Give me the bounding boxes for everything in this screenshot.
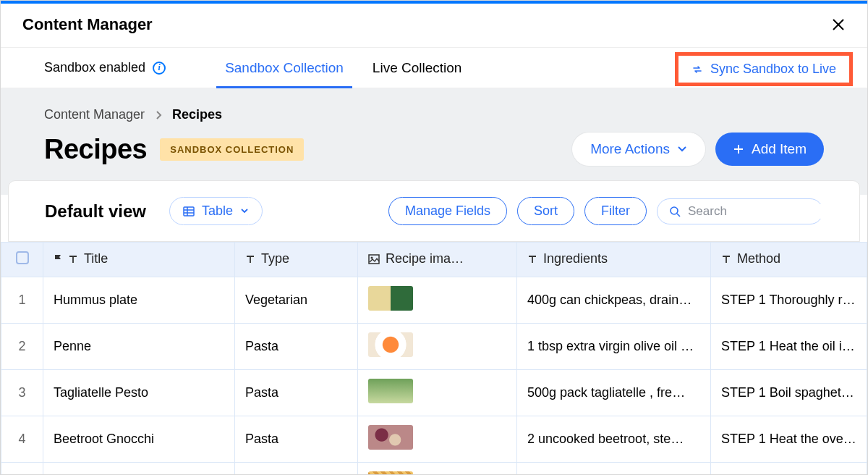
row-index: 5 <box>1 463 43 476</box>
cell-type: Pasta <box>235 416 358 463</box>
cell-title: Beetroot Gnocchi <box>43 416 235 463</box>
col-ingredients-label: Ingredients <box>543 251 608 266</box>
cell-method: STEP 1 Heat the oven to <box>711 416 867 463</box>
text-icon <box>527 254 537 264</box>
cell-ingredients: 2 uncooked beetroot, ste… <box>517 416 711 463</box>
cell-image <box>358 416 517 463</box>
filter-button[interactable]: Filter <box>584 197 647 225</box>
image-icon <box>368 254 380 264</box>
recipe-thumbnail <box>368 332 413 357</box>
row-index: 1 <box>1 277 43 324</box>
row-index: 4 <box>1 416 43 463</box>
cell-image <box>358 463 517 476</box>
collection-badge: SANDBOX COLLECTION <box>160 138 304 161</box>
table-row[interactable]: 2PennePasta1 tbsp extra virgin olive oil… <box>1 324 867 370</box>
cell-image <box>358 324 517 370</box>
row-index: 2 <box>1 324 43 370</box>
breadcrumb-root[interactable]: Content Manager <box>44 107 145 122</box>
search-input[interactable] <box>688 204 841 219</box>
cell-ingredients: 400g can chickpeas, drain… <box>517 277 711 324</box>
col-type-label: Type <box>261 251 289 266</box>
col-header-method[interactable]: Method <box>711 243 867 277</box>
recipe-thumbnail <box>368 286 413 311</box>
cell-method: STEP 1 Thoroughly rinse <box>711 277 867 324</box>
table-row[interactable]: 4Beetroot GnocchiPasta2 uncooked beetroo… <box>1 416 867 463</box>
svg-point-3 <box>371 256 373 258</box>
view-mode-label: Table <box>202 203 233 219</box>
add-item-button[interactable]: Add Item <box>715 133 824 166</box>
sandbox-status-label: Sandbox enabled <box>44 60 145 75</box>
text-icon <box>245 254 255 264</box>
data-table: Title Type Recipe ima… <box>1 242 867 475</box>
row-index: 3 <box>1 370 43 416</box>
text-icon <box>68 254 78 264</box>
chevron-down-icon <box>240 208 249 214</box>
col-title-label: Title <box>84 251 108 266</box>
cell-title: Tagliatelle Pesto <box>43 370 235 416</box>
tab-live-collection[interactable]: Live Collection <box>364 49 471 88</box>
view-toolbar: Default view Table Manage Fields Sort Fi… <box>8 180 860 242</box>
view-mode-selector[interactable]: Table <box>169 197 263 225</box>
tabs-row: Sandbox enabled i Sandbox Collection Liv… <box>1 48 867 88</box>
sandbox-status: Sandbox enabled i <box>44 60 166 75</box>
checkbox-icon <box>16 251 29 264</box>
recipe-thumbnail <box>368 471 413 475</box>
cell-type: Pasta <box>235 370 358 416</box>
chevron-right-icon <box>155 110 162 120</box>
info-icon[interactable]: i <box>153 62 166 75</box>
plus-icon <box>733 143 744 155</box>
cell-title: Hummus plate <box>43 277 235 324</box>
table-icon <box>183 206 195 217</box>
sync-label: Sync Sandbox to Live <box>710 62 836 77</box>
cell-title: Penne <box>43 324 235 370</box>
cell-title: Spaghetti Bolognese <box>43 463 235 476</box>
cell-ingredients: 1 tbsp olive oil 4 rashers s… <box>517 463 711 476</box>
svg-rect-0 <box>184 207 194 216</box>
page-title: Recipes <box>44 134 147 165</box>
cell-ingredients: 500g pack tagliatelle , fre… <box>517 370 711 416</box>
recipe-thumbnail <box>368 425 413 450</box>
recipe-thumbnail <box>368 379 413 403</box>
text-icon <box>721 254 731 264</box>
cell-ingredients: 1 tbsp extra virgin olive oil … <box>517 324 711 370</box>
cell-type: Vegetarian <box>235 277 358 324</box>
header-bar: Content Manager <box>1 4 867 48</box>
cell-type: Pasta <box>235 463 358 476</box>
close-icon <box>831 17 846 32</box>
svg-point-1 <box>671 207 678 214</box>
chevron-down-icon <box>677 146 687 153</box>
col-method-label: Method <box>737 251 780 266</box>
cell-type: Pasta <box>235 324 358 370</box>
cell-image <box>358 277 517 324</box>
table-row[interactable]: 1Hummus plateVegetarian400g can chickpea… <box>1 277 867 324</box>
col-header-ingredients[interactable]: Ingredients <box>517 243 711 277</box>
tab-sandbox-collection[interactable]: Sandbox Collection <box>216 49 352 88</box>
col-header-image[interactable]: Recipe ima… <box>358 243 517 277</box>
cell-method: STEP 1 Put a large sauce <box>711 463 867 476</box>
col-header-type[interactable]: Type <box>235 243 358 277</box>
table-row[interactable]: 5Spaghetti BolognesePasta1 tbsp olive oi… <box>1 463 867 476</box>
sync-sandbox-button[interactable]: Sync Sandbox to Live <box>675 52 853 86</box>
breadcrumb: Content Manager Recipes <box>44 107 824 122</box>
cell-method: STEP 1 Boil spaghetti in a <box>711 370 867 416</box>
col-image-label: Recipe ima… <box>386 251 464 266</box>
close-button[interactable] <box>831 17 846 32</box>
col-header-title[interactable]: Title <box>43 243 235 277</box>
cell-image <box>358 370 517 416</box>
sort-button[interactable]: Sort <box>517 197 574 225</box>
cell-method: STEP 1 Heat the oil in a f <box>711 324 867 370</box>
add-item-label: Add Item <box>752 141 807 157</box>
page-header-area: Content Manager Recipes Recipes SANDBOX … <box>1 88 867 195</box>
search-icon <box>669 206 681 217</box>
more-actions-button[interactable]: More Actions <box>572 133 705 166</box>
more-actions-label: More Actions <box>590 141 670 157</box>
breadcrumb-current: Recipes <box>172 107 222 122</box>
header-title: Content Manager <box>22 15 153 34</box>
sync-icon <box>692 64 703 75</box>
manage-fields-button[interactable]: Manage Fields <box>388 197 507 225</box>
table-row[interactable]: 3Tagliatelle PestoPasta500g pack tagliat… <box>1 370 867 416</box>
flag-icon <box>54 254 62 264</box>
search-field[interactable] <box>657 198 823 224</box>
view-name: Default view <box>45 201 146 222</box>
col-header-checkbox[interactable] <box>1 243 43 277</box>
